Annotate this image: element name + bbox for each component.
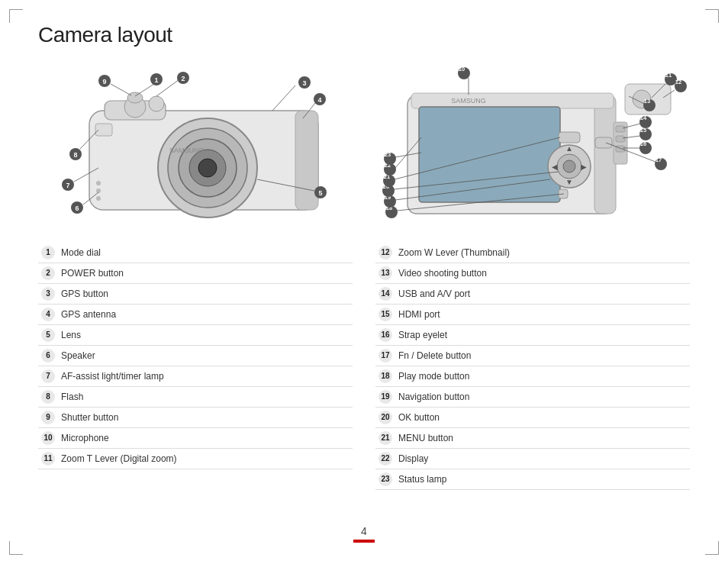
list-item: 6 Speaker — [38, 346, 353, 366]
svg-text:11: 11 — [665, 72, 672, 79]
list-item: 19 Navigation button — [375, 387, 690, 408]
item-label: Zoom W Lever (Thumbnail) — [395, 243, 690, 263]
camera-front-diagram: SAMSUNG 1 2 — [38, 61, 346, 229]
list-item: 5 Lens — [38, 325, 353, 346]
svg-point-15 — [127, 92, 143, 103]
item-label: Speaker — [58, 346, 353, 366]
svg-point-10 — [149, 96, 164, 111]
left-table: 1 Mode dial 2 POWER button 3 GPS button … — [38, 243, 353, 490]
item-number: 12 — [375, 243, 395, 263]
svg-text:8: 8 — [73, 151, 77, 159]
list-item: 8 Flash — [38, 387, 353, 408]
svg-text:3: 3 — [302, 79, 306, 87]
svg-point-14 — [96, 196, 101, 201]
svg-rect-60 — [616, 136, 625, 142]
item-label: Flash — [58, 387, 353, 408]
tables-row: 1 Mode dial 2 POWER button 3 GPS button … — [38, 243, 690, 490]
item-number: 14 — [375, 284, 395, 305]
svg-text:▼: ▼ — [565, 178, 573, 186]
svg-text:12: 12 — [675, 79, 681, 85]
svg-rect-59 — [616, 126, 625, 132]
item-number: 19 — [375, 387, 395, 408]
svg-text:13: 13 — [644, 98, 650, 105]
svg-text:▲: ▲ — [565, 144, 573, 153]
item-number: 3 — [38, 284, 58, 305]
list-item: 21 MENU button — [375, 428, 690, 449]
item-number: 9 — [38, 408, 58, 428]
item-label: Shutter button — [58, 408, 353, 428]
item-label: Fn / Delete button — [395, 346, 690, 366]
corner-mark-tl — [9, 9, 23, 23]
item-number: 2 — [38, 263, 58, 284]
item-number: 15 — [375, 305, 395, 325]
item-number: 10 — [38, 428, 58, 449]
svg-rect-11 — [95, 124, 112, 136]
item-number: 22 — [375, 449, 395, 469]
svg-point-7 — [198, 159, 217, 177]
item-number: 4 — [38, 305, 58, 325]
svg-rect-46 — [419, 107, 560, 202]
item-number: 13 — [375, 263, 395, 284]
list-item: 13 Video shooting button — [375, 263, 690, 284]
list-item: 7 AF-assist light/timer lamp — [38, 366, 353, 387]
page-number-bar — [353, 540, 375, 543]
svg-text:10: 10 — [459, 66, 465, 73]
item-number: 16 — [375, 325, 395, 346]
svg-rect-61 — [616, 146, 625, 152]
item-number: 7 — [38, 366, 58, 387]
list-item: 2 POWER button — [38, 263, 353, 284]
item-number: 17 — [375, 346, 395, 366]
page-number: 4 — [361, 525, 367, 537]
item-label: GPS antenna — [58, 305, 353, 325]
item-label: USB and A/V port — [395, 284, 690, 305]
page-title: Camera layout — [38, 23, 690, 47]
item-label: POWER button — [58, 263, 353, 284]
item-number: 8 — [38, 387, 58, 408]
item-label: Status lamp — [395, 469, 690, 490]
list-item: 10 Microphone — [38, 428, 353, 449]
list-item: 22 Display — [375, 449, 690, 469]
list-item: 23 Status lamp — [375, 469, 690, 490]
list-item: 3 GPS button — [38, 284, 353, 305]
item-number: 23 — [375, 469, 395, 490]
svg-text:15: 15 — [640, 127, 646, 134]
svg-text:6: 6 — [75, 205, 79, 212]
svg-point-49 — [563, 160, 575, 172]
svg-rect-44 — [594, 95, 616, 214]
list-item: 1 Mode dial — [38, 243, 353, 263]
svg-line-22 — [272, 85, 295, 111]
item-label: HDMI port — [395, 305, 690, 325]
list-item: 12 Zoom W Lever (Thumbnail) — [375, 243, 690, 263]
svg-text:5: 5 — [318, 189, 322, 197]
diagrams-row: SAMSUNG 1 2 — [38, 61, 690, 229]
svg-text:17: 17 — [656, 156, 662, 163]
svg-point-12 — [96, 181, 101, 185]
svg-text:2: 2 — [181, 75, 185, 82]
camera-back-svg: ▲ ▼ ◀ ▶ SAMSUNG — [369, 61, 690, 229]
list-item: 14 USB and A/V port — [375, 284, 690, 305]
svg-text:▶: ▶ — [581, 163, 587, 171]
svg-line-40 — [111, 84, 131, 95]
svg-text:14: 14 — [640, 114, 647, 121]
corner-mark-br — [705, 541, 719, 555]
item-number: 20 — [375, 408, 395, 428]
svg-rect-56 — [595, 137, 612, 148]
list-item: 17 Fn / Delete button — [375, 346, 690, 366]
list-item: 18 Play mode button — [375, 366, 690, 387]
item-number: 11 — [38, 449, 58, 469]
item-label: MENU button — [395, 428, 690, 449]
svg-text:7: 7 — [66, 182, 69, 189]
svg-rect-2 — [295, 111, 318, 210]
svg-text:SAMSUNG: SAMSUNG — [451, 97, 486, 105]
svg-text:◀: ◀ — [552, 163, 558, 171]
item-label: Strap eyelet — [395, 325, 690, 346]
item-label: Play mode button — [395, 366, 690, 387]
corner-mark-tr — [705, 9, 719, 23]
item-label: GPS button — [58, 284, 353, 305]
right-items-table: 12 Zoom W Lever (Thumbnail) 13 Video sho… — [375, 243, 690, 490]
page: Camera layout SAMSUNG — [0, 0, 728, 564]
item-number: 21 — [375, 428, 395, 449]
list-item: 9 Shutter button — [38, 408, 353, 428]
left-items-table: 1 Mode dial 2 POWER button 3 GPS button … — [38, 243, 353, 469]
item-label: Lens — [58, 325, 353, 346]
